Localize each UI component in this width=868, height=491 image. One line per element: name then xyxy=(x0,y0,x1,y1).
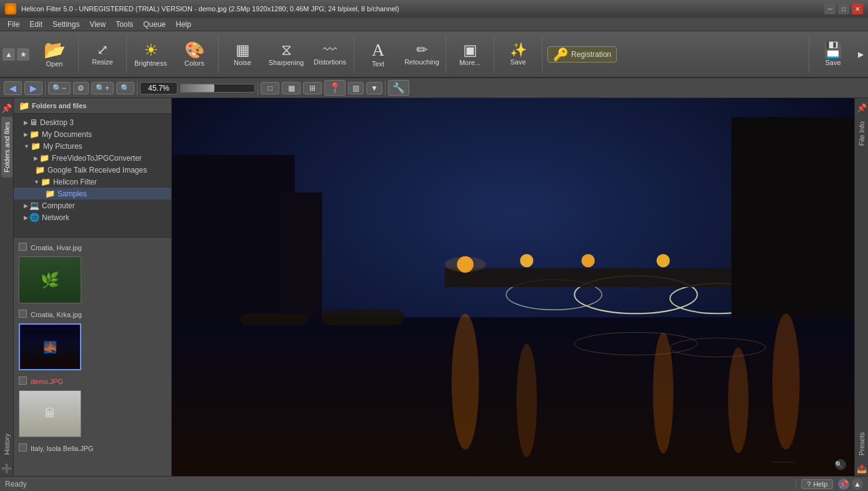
view-option-button[interactable]: ▥ xyxy=(348,82,364,94)
registration-button[interactable]: 🔑 Registration xyxy=(547,46,617,63)
zoom-slider-fill xyxy=(181,84,214,92)
noise-button[interactable]: ▦ Noise xyxy=(221,33,264,76)
toolbar-separator-4 xyxy=(354,36,354,73)
zoom-in-button[interactable]: 🔍+ xyxy=(91,82,114,94)
menu-file[interactable]: File xyxy=(2,19,24,30)
svg-point-19 xyxy=(772,313,800,449)
checkbox-italy[interactable] xyxy=(19,443,27,452)
checkbox-croatia-krka[interactable] xyxy=(19,310,27,318)
menu-queue[interactable]: Queue xyxy=(138,19,171,30)
history-tab[interactable]: History xyxy=(1,428,12,460)
resize-button[interactable]: ⤢ Resize xyxy=(81,33,124,76)
tree-item-mydocs[interactable]: ▶ 📁 My Documents xyxy=(14,128,171,140)
menu-settings[interactable]: Settings xyxy=(47,19,84,30)
menu-edit[interactable]: Edit xyxy=(24,19,47,30)
mydocs-folder-icon: 📁 xyxy=(29,129,39,139)
zoom-out-button[interactable]: 🔍− xyxy=(48,82,71,94)
toolbar-separator-2 xyxy=(126,36,127,73)
expand-computer-icon: ▶ xyxy=(24,203,28,209)
more-button[interactable]: ✨ Save xyxy=(497,33,539,76)
label-croatia-krka: Croatia, Krka.jpg xyxy=(31,311,82,318)
retouching-button[interactable]: ✏ Retouching xyxy=(401,33,443,76)
frame-label: More... xyxy=(459,59,481,66)
menu-help[interactable]: Help xyxy=(171,19,196,30)
menu-view[interactable]: View xyxy=(84,19,111,30)
toolbar-separator-5 xyxy=(446,36,446,73)
menu-tools[interactable]: Tools xyxy=(111,19,138,30)
nav-star-icon[interactable]: ★ xyxy=(17,48,29,61)
expand-helicon-icon: ▼ xyxy=(34,179,39,185)
save-button[interactable]: 💾 Save xyxy=(812,33,854,76)
maximize-button[interactable]: □ xyxy=(838,3,849,14)
right-pin-icon[interactable]: 📌 xyxy=(854,101,869,115)
nav-prev-button[interactable]: ◀ xyxy=(4,81,22,95)
thumb-item-garden[interactable]: 🌿 xyxy=(14,254,171,306)
view-mode-button[interactable]: □ xyxy=(261,82,279,94)
image-area: ⋯⋯⋯ 🔍 xyxy=(172,98,854,476)
tree-item-freevideo[interactable]: ▶ 📁 FreeVideoToJPGConverter xyxy=(14,152,171,164)
samples-label: Samples xyxy=(57,190,87,198)
network-folder-icon: 🌐 xyxy=(29,213,39,222)
checkbox-demo[interactable] xyxy=(19,377,27,385)
svg-point-18 xyxy=(728,348,749,453)
thumb-item-isola[interactable]: 🏛 xyxy=(14,388,171,440)
view-mode-button2[interactable]: ▦ xyxy=(282,82,301,94)
zoom-slider[interactable] xyxy=(180,84,255,93)
tree-item-desktop[interactable]: ▶ 🖥 Desktop 3 xyxy=(14,116,171,128)
toolbar-expand-button[interactable]: ▶ xyxy=(856,50,866,59)
colors-button[interactable]: 🎨 Colors xyxy=(173,33,216,76)
help-icon: ? xyxy=(807,480,811,488)
open-label: Open xyxy=(46,60,63,68)
file-info-tab[interactable]: File Info xyxy=(856,116,867,151)
nav-up-icon[interactable]: ▲ xyxy=(2,48,15,61)
right-export-icon[interactable]: 📤 xyxy=(854,462,869,476)
tree-item-helicon[interactable]: ▼ 📁 Helicon Filter xyxy=(14,176,171,188)
status-text: Ready xyxy=(5,480,27,488)
checkbox-croatia-hvar[interactable] xyxy=(19,243,27,251)
brightness-label: Brightness xyxy=(134,59,167,67)
folders-files-tab[interactable]: Folders and files xyxy=(1,117,12,178)
sharpening-label: Sharpening xyxy=(269,59,304,66)
presets-tab[interactable]: Presets xyxy=(856,427,867,460)
tree-item-mypictures[interactable]: ▼ 📁 My Pictures xyxy=(14,140,171,152)
save-icon: 💾 xyxy=(824,43,842,58)
thumb-item-croatia-krka[interactable]: Croatia, Krka.jpg xyxy=(14,306,171,321)
zoom-settings-button[interactable]: ⚙ xyxy=(73,82,89,94)
freevideo-folder-icon: 📁 xyxy=(39,153,49,163)
add-icon[interactable]: ➕ xyxy=(0,461,14,476)
tb2-sep1 xyxy=(45,81,46,95)
thumb-item-demo[interactable]: demo.JPG xyxy=(14,373,171,388)
brightness-icon: ☀ xyxy=(144,42,158,58)
file-browser: 📁 Folders and files ▶ 🖥 Desktop 3 ▶ 📁 My… xyxy=(14,98,172,476)
tree-item-computer[interactable]: ▶ 💻 Computer xyxy=(14,200,171,211)
thumb-item-amsterdam[interactable]: 🌉 xyxy=(14,321,171,373)
location-pin-button[interactable]: 📍 xyxy=(324,80,346,96)
tree-item-network[interactable]: ▶ 🌐 Network xyxy=(14,211,171,223)
bottom-nav-up-button[interactable]: 📌 xyxy=(838,478,849,490)
zoom-fit-button[interactable]: 🔍 xyxy=(116,82,134,94)
close-button[interactable]: ✕ xyxy=(852,3,863,14)
distortions-label: Distortions xyxy=(314,58,346,66)
text-button[interactable]: A Text xyxy=(357,33,399,76)
tools-button[interactable]: 🔧 xyxy=(388,80,409,96)
minimize-button[interactable]: ─ xyxy=(824,3,836,14)
thumb-item-italy[interactable]: Italy, Isola Bella.JPG xyxy=(14,440,171,455)
distortions-button[interactable]: 〰 Distortions xyxy=(309,33,351,76)
help-button[interactable]: ? Help xyxy=(801,479,833,489)
folder-tree: ▶ 🖥 Desktop 3 ▶ 📁 My Documents ▼ 📁 My Pi… xyxy=(14,114,171,239)
bottom-nav-prev-button[interactable]: ▲ xyxy=(852,478,863,490)
frame-button[interactable]: ▣ More... xyxy=(449,33,491,76)
view-compare-button[interactable]: ⊞ xyxy=(303,82,322,94)
sharpening-button[interactable]: ⧖ Sharpening xyxy=(265,33,307,76)
pin-icon[interactable]: 📌 xyxy=(0,101,14,116)
brightness-button[interactable]: ☀ Brightness xyxy=(129,33,172,76)
nav-next-button[interactable]: ▶ xyxy=(24,81,42,95)
open-button[interactable]: 📂 Open xyxy=(33,33,76,76)
tree-item-samples[interactable]: 📁 Samples xyxy=(14,188,171,200)
thumbnail-list: Croatia, Hvar.jpg 🌿 Croatia, Krka.jpg 🌉 xyxy=(14,239,171,476)
thumb-item-croatia-hvar[interactable]: Croatia, Hvar.jpg xyxy=(14,239,171,254)
tree-item-googletalk[interactable]: 📁 Google Talk Received Images xyxy=(14,164,171,176)
expand-network-icon: ▶ xyxy=(24,215,28,221)
expand-button[interactable]: ▼ xyxy=(366,82,382,94)
thumb-img-amsterdam: 🌉 xyxy=(19,323,81,370)
